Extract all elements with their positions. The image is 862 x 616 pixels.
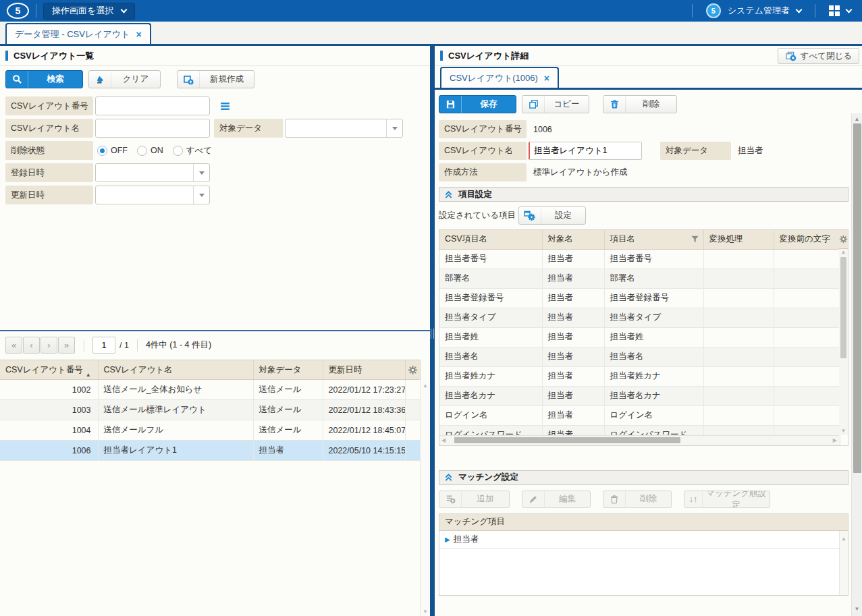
matching-settings-section-header[interactable]: マッチング設定 xyxy=(439,470,848,485)
screen-select-button[interactable]: 操作画面を選択 xyxy=(43,3,135,20)
matching-edit-button[interactable]: 編集 xyxy=(522,491,591,508)
registered-at-select[interactable] xyxy=(95,163,210,182)
column-header-layout-name[interactable]: CSVレイアウト名 xyxy=(98,360,253,380)
radio-all[interactable]: すべて xyxy=(173,145,212,157)
chevron-down-icon[interactable] xyxy=(846,6,853,13)
close-all-button[interactable]: すべて閉じる xyxy=(778,48,859,64)
item-table-row[interactable]: 担当者番号 担当者 担当者番号 xyxy=(439,249,840,269)
item-table-horizontal-scrollbar[interactable]: ◀ ▶ xyxy=(439,435,839,445)
detail-tab-1006[interactable]: CSVレイアウト(1006) × xyxy=(440,67,559,88)
tab-data-management[interactable]: データ管理 - CSVレイアウト × xyxy=(5,23,151,44)
item-table-row[interactable]: ログイン名 担当者 ログイン名 xyxy=(439,405,840,425)
scroll-down-icon[interactable]: ▼ xyxy=(423,609,428,615)
column-header-target-name[interactable]: 対象名 xyxy=(542,230,604,249)
item-table-row[interactable]: 担当者姓カナ 担当者 担当者姓カナ xyxy=(439,366,840,386)
layout-number-input[interactable] xyxy=(95,96,210,115)
collapse-icon[interactable] xyxy=(444,190,453,199)
matching-table-row[interactable]: ▶ 担当者 xyxy=(439,531,840,549)
item-table-row[interactable]: 担当者名 担当者 担当者名 xyxy=(439,347,840,366)
column-header-item-name[interactable]: 項目名 xyxy=(604,230,703,249)
apps-grid-icon[interactable] xyxy=(829,5,840,16)
item-table-vertical-scrollbar[interactable]: ▲▼ xyxy=(839,230,848,435)
detail-name-input[interactable] xyxy=(529,142,642,160)
result-summary: 4件中 (1 - 4 件目) xyxy=(146,339,211,351)
chevron-down-icon[interactable] xyxy=(796,6,803,13)
save-button[interactable]: 保存 xyxy=(439,95,516,113)
scroll-up-icon[interactable]: ▲ xyxy=(855,116,860,122)
csv-layout-list-panel: CSVレイアウト一覧 検索 クリア 新規作成 CSVレイアウト番号 xyxy=(0,46,430,616)
clear-button[interactable]: クリア xyxy=(88,70,161,88)
scrollbar-thumb[interactable] xyxy=(840,257,846,358)
item-table-row[interactable]: 担当者登録番号 担当者 担当者登録番号 xyxy=(439,288,840,308)
detail-tab-close-icon[interactable]: × xyxy=(544,74,549,83)
scroll-up-icon[interactable]: ▲ xyxy=(841,536,846,542)
layout-table-row[interactable]: 1002 送信メール_全体お知らせ 送信メール 2022/01/12 17:23… xyxy=(0,380,420,400)
item-settings-section-header[interactable]: 項目設定 xyxy=(439,187,848,202)
layout-table-row[interactable]: 1004 送信メールフル 送信メール 2022/01/12 18:45:07 xyxy=(0,420,420,441)
search-button[interactable]: 検索 xyxy=(5,70,83,88)
radio-on-input[interactable] xyxy=(137,146,147,156)
scroll-up-icon[interactable]: ▲ xyxy=(841,249,846,255)
cell-item-name: 担当者名 xyxy=(604,347,703,366)
cell-conversion xyxy=(703,366,774,386)
page-first-button[interactable]: « xyxy=(5,337,22,354)
page-last-button[interactable]: » xyxy=(58,337,75,354)
scrollbar-thumb[interactable] xyxy=(853,123,861,473)
collapse-icon[interactable] xyxy=(444,473,453,482)
item-table-row[interactable]: 部署名 担当者 部署名 xyxy=(439,269,840,288)
column-header-layout-number[interactable]: CSVレイアウト番号▲ xyxy=(0,360,98,380)
detail-tab-label: CSVレイアウト(1006) xyxy=(450,72,538,84)
matching-delete-button[interactable]: 削除 xyxy=(603,491,672,508)
delete-button[interactable]: 削除 xyxy=(603,95,677,113)
accent-bar xyxy=(5,51,8,61)
expand-triangle-icon[interactable]: ▶ xyxy=(445,536,450,543)
item-table-container: CSV項目名 対象名 項目名 変換処理 変換前の文字 担当者番号 担当者 xyxy=(439,229,848,446)
scroll-right-icon[interactable]: ▶ xyxy=(833,437,837,443)
radio-on[interactable]: ON xyxy=(137,146,163,156)
radio-off[interactable]: OFF xyxy=(97,146,128,156)
chevron-down-icon xyxy=(121,6,128,13)
cell-layout-number: 1006 xyxy=(0,441,98,461)
scroll-down-icon[interactable]: ▼ xyxy=(841,428,846,434)
page-next-button[interactable]: › xyxy=(41,337,57,354)
matching-table-scrollbar[interactable]: ▲ xyxy=(839,531,848,595)
scroll-up-icon[interactable]: ▲ xyxy=(423,383,428,389)
page-input[interactable] xyxy=(92,337,115,354)
table-settings-gear-icon[interactable] xyxy=(405,360,420,380)
page-prev-button[interactable]: ‹ xyxy=(23,337,40,354)
detail-target-label: 対象データ xyxy=(660,142,731,160)
scroll-down-icon[interactable]: ▼ xyxy=(855,606,860,612)
item-table-row[interactable]: 担当者タイプ 担当者 担当者タイプ xyxy=(439,308,840,327)
matching-delete-label: 削除 xyxy=(625,491,671,507)
tab-close-icon[interactable]: × xyxy=(136,30,141,39)
layout-name-input[interactable] xyxy=(95,119,210,138)
item-table-row[interactable]: 担当者姓 担当者 担当者姓 xyxy=(439,327,840,347)
column-header-updated-at[interactable]: 更新日時 xyxy=(323,360,405,380)
layout-table-row[interactable]: 1003 送信メール標準レイアウト 送信メール 2022/01/12 18:43… xyxy=(0,400,420,420)
cell-conversion xyxy=(703,308,774,327)
column-header-target-data[interactable]: 対象データ xyxy=(253,360,323,380)
updated-at-select[interactable] xyxy=(95,186,210,204)
matching-order-button[interactable]: ↓↑ マッチング順設定 xyxy=(684,491,770,508)
panel-splitter[interactable] xyxy=(430,46,435,616)
configure-button[interactable]: 設定 xyxy=(518,206,586,225)
copy-button[interactable]: コピー xyxy=(522,95,589,113)
scroll-left-icon[interactable]: ◀ xyxy=(441,437,446,443)
scrollbar-thumb[interactable] xyxy=(454,437,680,443)
target-data-select[interactable] xyxy=(285,119,403,138)
list-select-icon[interactable] xyxy=(219,101,231,112)
item-table-row[interactable]: 担当者名カナ 担当者 担当者名カナ xyxy=(439,386,840,405)
column-header-conversion[interactable]: 変換処理 xyxy=(703,230,774,249)
left-results-scrollbar[interactable]: ▲ ▼ xyxy=(420,381,430,616)
create-new-button[interactable]: 新規作成 xyxy=(177,70,254,88)
radio-off-input[interactable] xyxy=(97,146,107,156)
detail-panel-scrollbar[interactable]: ▲ ▼ xyxy=(851,113,862,616)
radio-all-input[interactable] xyxy=(173,146,183,156)
item-table-gear-icon[interactable] xyxy=(839,230,848,249)
layout-table-row[interactable]: 1006 担当者レイアウト1 担当者 2022/05/10 14:15:15 xyxy=(0,441,420,461)
topbar: 5 操作画面を選択 5 システム管理者 xyxy=(0,0,862,22)
column-header-pre-conversion[interactable]: 変換前の文字 xyxy=(774,230,840,249)
column-header-csv-item[interactable]: CSV項目名 xyxy=(439,230,542,249)
matching-add-button[interactable]: 追加 xyxy=(439,491,510,508)
sort-asc-icon: ▲ xyxy=(86,372,91,378)
